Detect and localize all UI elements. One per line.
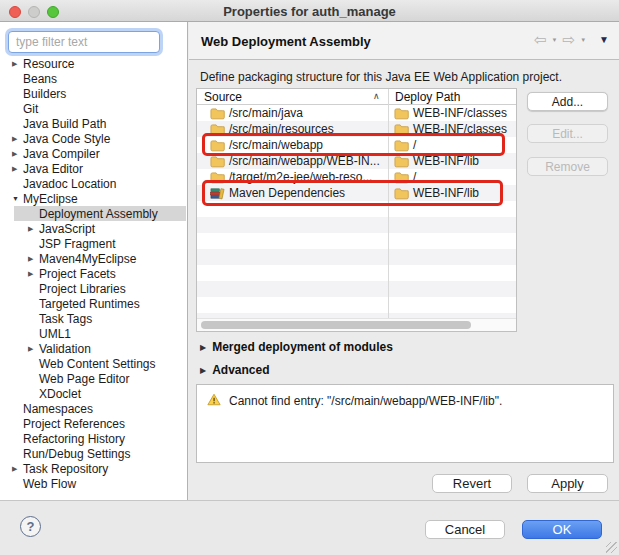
title-bar[interactable]: Properties for auth_manage	[0, 0, 619, 22]
back-arrow-icon[interactable]: ⇦	[534, 32, 547, 47]
tree-item-run-debug-settings[interactable]: Run/Debug Settings	[0, 446, 186, 461]
tree-item-java-code-style[interactable]: ▶Java Code Style	[0, 131, 186, 146]
tree-item-namespaces[interactable]: Namespaces	[0, 401, 186, 416]
tree-item-label: Git	[23, 102, 38, 116]
table-row-src-main-webapp-web-in[interactable]: /src/main/webapp/WEB-IN...WEB-INF/lib	[197, 153, 516, 169]
section-advanced[interactable]: ▶ Advanced	[200, 363, 270, 377]
tree-item-label: Deployment Assembly	[39, 207, 158, 221]
tree-item-resource[interactable]: ▶Resource	[0, 56, 186, 71]
tree-collapsed-arrow-icon[interactable]: ▶	[12, 135, 23, 143]
tree-item-project-facets[interactable]: ▶Project Facets	[0, 266, 186, 281]
tree-item-web-flow[interactable]: Web Flow	[0, 476, 186, 491]
tree-expanded-arrow-icon[interactable]: ▼	[12, 195, 23, 202]
horizontal-scrollbar[interactable]	[197, 318, 516, 331]
ok-button[interactable]: OK	[522, 520, 602, 539]
tree-item-web-page-editor[interactable]: Web Page Editor	[0, 371, 186, 386]
table-row-src-main-java[interactable]: /src/main/javaWEB-INF/classes	[197, 105, 516, 121]
tree-collapsed-arrow-icon[interactable]: ▶	[28, 270, 39, 278]
column-header-source[interactable]: Source	[204, 90, 242, 104]
deploy-path-cell[interactable]: /	[388, 170, 516, 184]
tree-item-label: Run/Debug Settings	[23, 447, 130, 461]
tree-collapsed-arrow-icon[interactable]: ▶	[28, 345, 39, 353]
help-button[interactable]: ?	[20, 516, 41, 537]
table-row-target-m2e-jee-web-reso[interactable]: /target/m2e-jee/web-reso.../	[197, 169, 516, 185]
tree-collapsed-arrow-icon[interactable]: ▶	[28, 255, 39, 263]
tree-item-xdoclet[interactable]: XDoclet	[0, 386, 186, 401]
tree-item-web-content-settings[interactable]: Web Content Settings	[0, 356, 186, 371]
tree-collapsed-arrow-icon[interactable]: ▶	[28, 225, 39, 233]
deploy-path-cell[interactable]: WEB-INF/lib	[388, 154, 516, 168]
tree-collapsed-arrow-icon[interactable]: ▶	[12, 150, 23, 158]
tree-item-java-compiler[interactable]: ▶Java Compiler	[0, 146, 186, 161]
deploy-path-text: WEB-INF/classes	[413, 106, 507, 120]
source-cell[interactable]: /src/main/webapp	[197, 138, 388, 152]
tree-item-targeted-runtimes[interactable]: Targeted Runtimes	[0, 296, 186, 311]
view-menu-icon[interactable]: ▼	[599, 34, 609, 45]
source-text: /src/main/webapp	[229, 138, 323, 152]
section-label: Advanced	[212, 363, 269, 377]
folder-icon	[394, 187, 409, 200]
tree-item-label: Project Libraries	[39, 282, 126, 296]
cancel-button[interactable]: Cancel	[425, 520, 505, 539]
tree-item-label: Web Page Editor	[39, 372, 130, 386]
source-cell[interactable]: /target/m2e-jee/web-reso...	[197, 170, 388, 184]
section-merged-deployment[interactable]: ▶ Merged deployment of modules	[200, 340, 393, 354]
filter-input[interactable]	[8, 31, 160, 53]
folder-icon	[210, 123, 225, 136]
deploy-path-cell[interactable]: WEB-INF/classes	[388, 106, 516, 120]
deploy-path-cell[interactable]: WEB-INF/lib	[388, 186, 516, 200]
deploy-path-cell[interactable]: WEB-INF/classes	[388, 122, 516, 136]
tree-item-java-editor[interactable]: ▶Java Editor	[0, 161, 186, 176]
tree-item-maven4myeclipse[interactable]: ▶Maven4MyEclipse	[0, 251, 186, 266]
table-row-src-main-webapp[interactable]: /src/main/webapp/	[197, 137, 516, 153]
table-row-empty	[197, 201, 516, 217]
apply-button[interactable]: Apply	[527, 474, 608, 493]
tree-item-jsp-fragment[interactable]: JSP Fragment	[0, 236, 186, 251]
scrollbar-thumb[interactable]	[201, 321, 471, 329]
tree-item-task-repository[interactable]: ▶Task Repository	[0, 461, 186, 476]
source-cell[interactable]: Maven Dependencies	[197, 186, 388, 200]
tree-item-java-build-path[interactable]: Java Build Path	[0, 116, 186, 131]
tree-collapsed-arrow-icon[interactable]: ▶	[12, 60, 23, 68]
tree-collapsed-arrow-icon[interactable]: ▶	[12, 465, 23, 473]
tree-item-git[interactable]: Git	[0, 101, 186, 116]
page-title: Web Deployment Assembly	[201, 34, 371, 49]
source-cell[interactable]: /src/main/webapp/WEB-IN...	[197, 154, 388, 168]
table-header[interactable]: Source ∧ Deploy Path	[197, 89, 516, 105]
tree-item-javascript[interactable]: ▶JavaScript	[0, 221, 186, 236]
tree-item-label: Refactoring History	[23, 432, 125, 446]
table-row-maven-dependencies[interactable]: Maven DependenciesWEB-INF/lib	[197, 185, 516, 201]
forward-arrow-icon[interactable]: ⇨	[563, 32, 576, 47]
deploy-path-cell[interactable]: /	[388, 138, 516, 152]
tree-item-refactoring-history[interactable]: Refactoring History	[0, 431, 186, 446]
tree-item-label: MyEclipse	[23, 192, 78, 206]
tree-item-project-references[interactable]: Project References	[0, 416, 186, 431]
table-row-src-main-resources[interactable]: /src/main/resourcesWEB-INF/classes	[197, 121, 516, 137]
tree-item-myeclipse[interactable]: ▼MyEclipse	[0, 191, 186, 206]
forward-dropdown-icon[interactable]: ▼	[578, 37, 588, 43]
edit-button[interactable]: Edit...	[527, 124, 608, 143]
section-label: Merged deployment of modules	[212, 340, 393, 354]
column-header-deploy-path[interactable]: Deploy Path	[395, 90, 460, 104]
source-text: /src/main/java	[229, 106, 303, 120]
tree-item-builders[interactable]: Builders	[0, 86, 186, 101]
tree-item-validation[interactable]: ▶Validation	[0, 341, 186, 356]
source-text: /src/main/webapp/WEB-IN...	[229, 154, 380, 168]
source-cell[interactable]: /src/main/resources	[197, 122, 388, 136]
tree-item-project-libraries[interactable]: Project Libraries	[0, 281, 186, 296]
tree-item-uml1[interactable]: UML1	[0, 326, 186, 341]
library-icon	[210, 187, 225, 200]
tree-item-deployment-assembly[interactable]: Deployment Assembly	[0, 206, 186, 221]
revert-button[interactable]: Revert	[432, 474, 512, 493]
resize-grip[interactable]	[606, 542, 617, 553]
deploy-path-text: WEB-INF/lib	[413, 186, 479, 200]
tree-collapsed-arrow-icon[interactable]: ▶	[12, 165, 23, 173]
remove-button[interactable]: Remove	[527, 157, 608, 176]
back-dropdown-icon[interactable]: ▼	[550, 37, 560, 43]
tree-item-beans[interactable]: Beans	[0, 71, 186, 86]
tree-item-javadoc-location[interactable]: Javadoc Location	[0, 176, 186, 191]
warning-box: Cannot find entry: "/src/main/webapp/WEB…	[196, 384, 614, 463]
source-cell[interactable]: /src/main/java	[197, 106, 388, 120]
tree-item-task-tags[interactable]: Task Tags	[0, 311, 186, 326]
add-button[interactable]: Add...	[527, 92, 608, 111]
